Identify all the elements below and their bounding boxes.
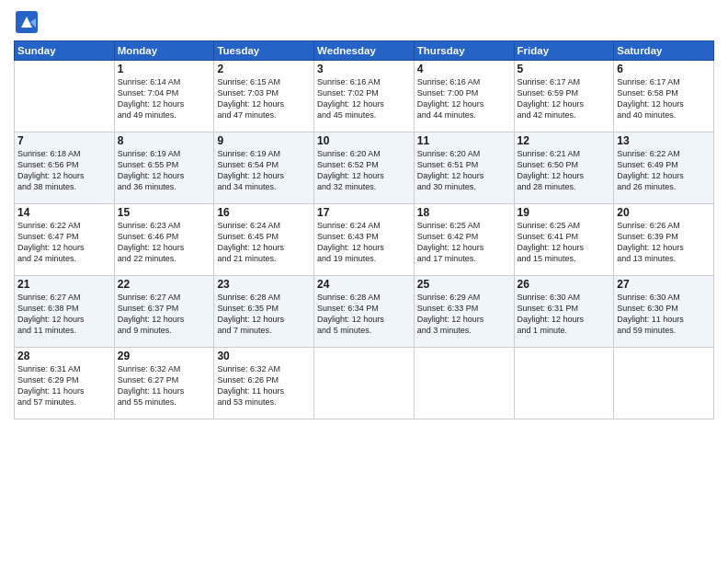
calendar-row-4: 28Sunrise: 6:31 AM Sunset: 6:29 PM Dayli… [15, 348, 714, 419]
calendar-cell [414, 348, 514, 419]
calendar-cell [614, 348, 714, 419]
weekday-monday: Monday [114, 41, 214, 61]
calendar-cell: 7Sunrise: 6:18 AM Sunset: 6:56 PM Daylig… [15, 132, 115, 204]
cell-info: Sunrise: 6:30 AM Sunset: 6:30 PM Dayligh… [617, 292, 711, 337]
logo [14, 9, 41, 35]
cell-info: Sunrise: 6:19 AM Sunset: 6:54 PM Dayligh… [217, 148, 311, 193]
calendar-row-3: 21Sunrise: 6:27 AM Sunset: 6:38 PM Dayli… [15, 276, 714, 348]
day-number: 19 [518, 206, 611, 219]
day-number: 23 [217, 278, 311, 291]
calendar-cell: 9Sunrise: 6:19 AM Sunset: 6:54 PM Daylig… [214, 132, 314, 204]
day-number: 24 [317, 278, 411, 291]
calendar-cell: 28Sunrise: 6:31 AM Sunset: 6:29 PM Dayli… [15, 348, 115, 419]
calendar-cell: 4Sunrise: 6:16 AM Sunset: 7:00 PM Daylig… [414, 61, 514, 132]
day-number: 2 [217, 63, 311, 75]
calendar-cell: 25Sunrise: 6:29 AM Sunset: 6:33 PM Dayli… [414, 276, 514, 348]
calendar-cell: 15Sunrise: 6:23 AM Sunset: 6:46 PM Dayli… [114, 204, 214, 276]
day-number: 26 [518, 278, 611, 291]
calendar-cell: 6Sunrise: 6:17 AM Sunset: 6:58 PM Daylig… [614, 61, 714, 132]
day-number: 4 [417, 63, 511, 75]
cell-info: Sunrise: 6:22 AM Sunset: 6:47 PM Dayligh… [17, 220, 111, 265]
calendar-cell: 10Sunrise: 6:20 AM Sunset: 6:52 PM Dayli… [314, 132, 415, 204]
calendar-cell: 2Sunrise: 6:15 AM Sunset: 7:03 PM Daylig… [214, 61, 314, 132]
calendar-cell [514, 348, 614, 419]
day-number: 16 [217, 206, 311, 219]
calendar-cell: 30Sunrise: 6:32 AM Sunset: 6:26 PM Dayli… [214, 348, 314, 419]
day-number: 1 [118, 63, 211, 75]
cell-info: Sunrise: 6:31 AM Sunset: 6:29 PM Dayligh… [17, 363, 111, 408]
calendar-cell: 20Sunrise: 6:26 AM Sunset: 6:39 PM Dayli… [614, 204, 714, 276]
calendar-cell [314, 348, 415, 419]
cell-info: Sunrise: 6:32 AM Sunset: 6:26 PM Dayligh… [217, 363, 311, 408]
cell-info: Sunrise: 6:28 AM Sunset: 6:35 PM Dayligh… [217, 292, 311, 337]
cell-info: Sunrise: 6:19 AM Sunset: 6:55 PM Dayligh… [118, 148, 211, 193]
calendar-cell: 22Sunrise: 6:27 AM Sunset: 6:37 PM Dayli… [114, 276, 214, 348]
day-number: 11 [417, 134, 511, 147]
cell-info: Sunrise: 6:20 AM Sunset: 6:52 PM Dayligh… [317, 148, 411, 193]
calendar-cell: 26Sunrise: 6:30 AM Sunset: 6:31 PM Dayli… [514, 276, 614, 348]
calendar-cell: 27Sunrise: 6:30 AM Sunset: 6:30 PM Dayli… [614, 276, 714, 348]
day-number: 8 [118, 134, 211, 147]
calendar-cell: 21Sunrise: 6:27 AM Sunset: 6:38 PM Dayli… [15, 276, 115, 348]
cell-info: Sunrise: 6:32 AM Sunset: 6:27 PM Dayligh… [118, 363, 211, 408]
calendar-cell: 17Sunrise: 6:24 AM Sunset: 6:43 PM Dayli… [314, 204, 415, 276]
day-number: 29 [118, 350, 211, 362]
day-number: 9 [217, 134, 311, 147]
weekday-sunday: Sunday [15, 41, 115, 61]
cell-info: Sunrise: 6:18 AM Sunset: 6:56 PM Dayligh… [17, 148, 111, 193]
calendar-cell: 13Sunrise: 6:22 AM Sunset: 6:49 PM Dayli… [614, 132, 714, 204]
cell-info: Sunrise: 6:29 AM Sunset: 6:33 PM Dayligh… [417, 292, 511, 337]
day-number: 12 [518, 134, 611, 147]
cell-info: Sunrise: 6:27 AM Sunset: 6:37 PM Dayligh… [118, 292, 211, 337]
weekday-friday: Friday [514, 41, 614, 61]
page: SundayMondayTuesdayWednesdayThursdayFrid… [0, 0, 728, 563]
day-number: 18 [417, 206, 511, 219]
cell-info: Sunrise: 6:17 AM Sunset: 6:59 PM Dayligh… [518, 76, 611, 121]
logo-icon [14, 9, 40, 35]
day-number: 15 [118, 206, 211, 219]
day-number: 10 [317, 134, 411, 147]
calendar-table: SundayMondayTuesdayWednesdayThursdayFrid… [14, 40, 714, 419]
weekday-saturday: Saturday [614, 41, 714, 61]
day-number: 30 [217, 350, 311, 362]
cell-info: Sunrise: 6:16 AM Sunset: 7:00 PM Dayligh… [417, 76, 511, 121]
cell-info: Sunrise: 6:24 AM Sunset: 6:45 PM Dayligh… [217, 220, 311, 265]
day-number: 20 [617, 206, 711, 219]
day-number: 3 [317, 63, 411, 75]
calendar-cell: 19Sunrise: 6:25 AM Sunset: 6:41 PM Dayli… [514, 204, 614, 276]
cell-info: Sunrise: 6:24 AM Sunset: 6:43 PM Dayligh… [317, 220, 411, 265]
weekday-thursday: Thursday [414, 41, 514, 61]
calendar-cell: 1Sunrise: 6:14 AM Sunset: 7:04 PM Daylig… [114, 61, 214, 132]
weekday-wednesday: Wednesday [314, 41, 415, 61]
cell-info: Sunrise: 6:23 AM Sunset: 6:46 PM Dayligh… [118, 220, 211, 265]
cell-info: Sunrise: 6:26 AM Sunset: 6:39 PM Dayligh… [617, 220, 711, 265]
day-number: 25 [417, 278, 511, 291]
day-number: 27 [617, 278, 711, 291]
calendar-cell: 16Sunrise: 6:24 AM Sunset: 6:45 PM Dayli… [214, 204, 314, 276]
calendar-cell: 8Sunrise: 6:19 AM Sunset: 6:55 PM Daylig… [114, 132, 214, 204]
calendar-cell: 5Sunrise: 6:17 AM Sunset: 6:59 PM Daylig… [514, 61, 614, 132]
cell-info: Sunrise: 6:27 AM Sunset: 6:38 PM Dayligh… [17, 292, 111, 337]
day-number: 17 [317, 206, 411, 219]
cell-info: Sunrise: 6:25 AM Sunset: 6:42 PM Dayligh… [417, 220, 511, 265]
day-number: 14 [17, 206, 111, 219]
cell-info: Sunrise: 6:15 AM Sunset: 7:03 PM Dayligh… [217, 76, 311, 121]
calendar-cell: 24Sunrise: 6:28 AM Sunset: 6:34 PM Dayli… [314, 276, 415, 348]
calendar-cell: 11Sunrise: 6:20 AM Sunset: 6:51 PM Dayli… [414, 132, 514, 204]
cell-info: Sunrise: 6:14 AM Sunset: 7:04 PM Dayligh… [118, 76, 211, 121]
calendar-cell: 12Sunrise: 6:21 AM Sunset: 6:50 PM Dayli… [514, 132, 614, 204]
cell-info: Sunrise: 6:17 AM Sunset: 6:58 PM Dayligh… [617, 76, 711, 121]
cell-info: Sunrise: 6:22 AM Sunset: 6:49 PM Dayligh… [617, 148, 711, 193]
calendar-row-2: 14Sunrise: 6:22 AM Sunset: 6:47 PM Dayli… [15, 204, 714, 276]
cell-info: Sunrise: 6:30 AM Sunset: 6:31 PM Dayligh… [518, 292, 611, 337]
day-number: 7 [17, 134, 111, 147]
cell-info: Sunrise: 6:16 AM Sunset: 7:02 PM Dayligh… [317, 76, 411, 121]
header [14, 9, 714, 35]
calendar-cell [15, 61, 115, 132]
day-number: 6 [617, 63, 711, 75]
calendar-cell: 23Sunrise: 6:28 AM Sunset: 6:35 PM Dayli… [214, 276, 314, 348]
weekday-header-row: SundayMondayTuesdayWednesdayThursdayFrid… [15, 41, 714, 61]
cell-info: Sunrise: 6:21 AM Sunset: 6:50 PM Dayligh… [518, 148, 611, 193]
calendar-row-0: 1Sunrise: 6:14 AM Sunset: 7:04 PM Daylig… [15, 61, 714, 132]
calendar-cell: 29Sunrise: 6:32 AM Sunset: 6:27 PM Dayli… [114, 348, 214, 419]
